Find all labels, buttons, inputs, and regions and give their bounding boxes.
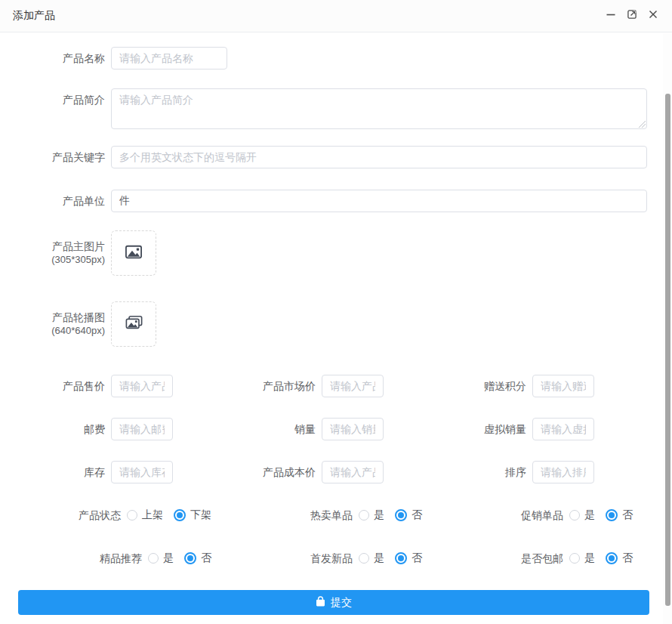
radio-checked-icon [606, 552, 618, 564]
radio-unchecked-icon [127, 510, 137, 521]
hot-item-radio-yes[interactable]: 是 [359, 508, 384, 522]
cost-price-cell: 产品成本价 [211, 461, 422, 483]
promo-item-radio-no[interactable]: 否 [606, 508, 633, 522]
product-intro-row: 产品简介 [0, 88, 663, 129]
boutique-radio-yes[interactable]: 是 [148, 551, 174, 565]
radio-unchecked-icon [148, 553, 159, 564]
status-radio-off-shelf[interactable]: 下架 [174, 508, 211, 522]
carousel-image-upload[interactable] [111, 301, 156, 347]
gift-points-label: 赠送积分 [422, 375, 526, 397]
hot-item-cell: 热卖单品 是 否 [211, 504, 422, 527]
price-label: 产品售价 [0, 375, 105, 397]
scrollbar-track[interactable] [663, 33, 672, 624]
product-keywords-row: 产品关键字 [0, 146, 663, 168]
sort-label: 排序 [422, 461, 526, 483]
sales-input[interactable] [322, 418, 384, 440]
product-keywords-input[interactable] [111, 146, 647, 168]
free-shipping-radio-yes[interactable]: 是 [569, 551, 595, 565]
radio-checked-icon [184, 552, 196, 564]
new-item-radio-group: 是 否 [359, 547, 422, 570]
price-input[interactable] [111, 375, 173, 397]
minimize-button[interactable] [604, 9, 618, 23]
promo-item-cell: 促销单品 是 否 [422, 504, 633, 527]
radio-unchecked-icon [569, 553, 580, 564]
new-item-label: 首发新品 [211, 547, 353, 570]
stock-cell: 库存 [0, 461, 211, 483]
boutique-label: 精品推荐 [0, 547, 142, 570]
radio-unchecked-icon [359, 553, 369, 564]
postage-input[interactable] [111, 418, 173, 440]
new-item-cell: 首发新品 是 否 [211, 547, 422, 570]
maximize-button[interactable] [625, 9, 639, 23]
main-image-upload[interactable] [111, 230, 156, 276]
product-unit-row: 产品单位 [0, 190, 663, 212]
radio-checked-icon [395, 552, 407, 564]
window-controls [604, 9, 660, 23]
product-unit-label: 产品单位 [0, 190, 105, 212]
product-name-label: 产品名称 [0, 47, 105, 70]
hot-item-radio-group: 是 否 [359, 504, 422, 527]
radio-unchecked-icon [569, 510, 580, 521]
cost-price-input[interactable] [322, 461, 384, 483]
promo-item-radio-group: 是 否 [569, 504, 633, 527]
window-title: 添加产品 [13, 9, 55, 23]
textarea-resize-handle[interactable] [639, 121, 646, 128]
maximize-icon [626, 8, 638, 23]
product-intro-textarea-wrap [111, 88, 647, 129]
close-icon [647, 8, 659, 23]
close-button[interactable] [646, 9, 660, 23]
promo-item-radio-yes[interactable]: 是 [569, 508, 595, 522]
main-image-label: 产品主图片 (305*305px) [0, 240, 105, 266]
status-radio-group: 上架 下架 [127, 504, 211, 527]
product-name-input[interactable] [111, 47, 227, 70]
hot-item-label: 热卖单品 [211, 504, 353, 527]
status-label: 产品状态 [0, 504, 121, 527]
new-item-radio-no[interactable]: 否 [395, 551, 422, 565]
main-image-size-hint: (305*305px) [0, 253, 105, 266]
product-keywords-label: 产品关键字 [0, 146, 105, 168]
sort-input[interactable] [532, 461, 594, 483]
main-image-label-text: 产品主图片 [0, 240, 105, 253]
market-price-cell: 产品市场价 [211, 375, 422, 397]
postage-cell: 邮费 [0, 418, 211, 440]
sales-cell: 销量 [211, 418, 422, 440]
status-radio-on-shelf[interactable]: 上架 [127, 508, 163, 522]
postage-row: 邮费 销量 虚拟销量 [0, 418, 663, 440]
pictures-stack-icon [125, 315, 143, 333]
free-shipping-cell: 是否包邮 是 否 [422, 547, 633, 570]
scrollbar-thumb[interactable] [665, 94, 670, 606]
radio-checked-icon [395, 509, 407, 521]
price-row: 产品售价 产品市场价 赠送积分 [0, 375, 663, 397]
hot-item-radio-no[interactable]: 否 [395, 508, 422, 522]
gift-points-cell: 赠送积分 [422, 375, 633, 397]
promo-item-label: 促销单品 [422, 504, 563, 527]
stock-label: 库存 [0, 461, 105, 483]
market-price-label: 产品市场价 [211, 375, 316, 397]
new-item-radio-yes[interactable]: 是 [359, 551, 384, 565]
submit-button-label: 提交 [331, 596, 352, 610]
product-unit-input[interactable] [111, 190, 647, 212]
postage-label: 邮费 [0, 418, 105, 440]
status-cell: 产品状态 上架 下架 [0, 504, 211, 527]
boutique-radio-no[interactable]: 否 [184, 551, 211, 565]
stock-input[interactable] [111, 461, 173, 483]
market-price-input[interactable] [322, 375, 384, 397]
carousel-image-label-text: 产品轮播图 [0, 311, 105, 324]
carousel-image-row: 产品轮播图 (640*640px) [0, 301, 663, 347]
virtual-sales-input[interactable] [532, 418, 594, 440]
free-shipping-label: 是否包邮 [422, 547, 563, 570]
sales-label: 销量 [211, 418, 316, 440]
carousel-image-label: 产品轮播图 (640*640px) [0, 311, 105, 337]
product-intro-textarea[interactable] [111, 88, 647, 129]
stock-row: 库存 产品成本价 排序 [0, 461, 663, 483]
boutique-cell: 精品推荐 是 否 [0, 547, 211, 570]
free-shipping-radio-no[interactable]: 否 [606, 551, 633, 565]
picture-icon [125, 245, 142, 262]
sort-cell: 排序 [422, 461, 633, 483]
cost-price-label: 产品成本价 [211, 461, 316, 483]
status-radio-row: 产品状态 上架 下架 热卖单品 是 [0, 504, 663, 527]
gift-points-input[interactable] [532, 375, 594, 397]
product-intro-label: 产品简介 [0, 88, 105, 111]
radio-checked-icon [606, 509, 618, 521]
submit-button[interactable]: 提交 [18, 590, 649, 615]
